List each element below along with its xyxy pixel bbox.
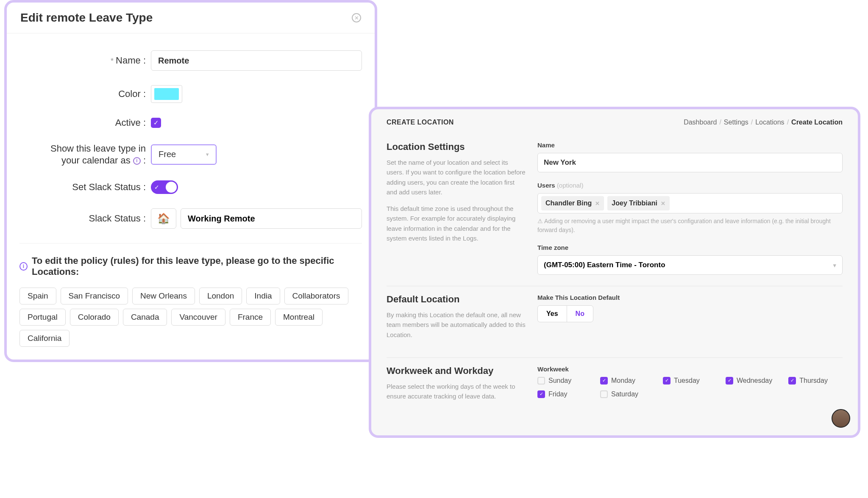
- location-tag[interactable]: London: [199, 288, 242, 304]
- section-workweek: Workweek and Workday Please select the w…: [387, 358, 843, 419]
- location-tag[interactable]: Portugal: [19, 309, 66, 326]
- users-hint: ⚠ Adding or removing a user might impact…: [537, 217, 843, 235]
- leave-title: Edit remote Leave Type: [20, 11, 153, 25]
- day-checkbox[interactable]: ✓: [600, 377, 608, 385]
- field-label-name: Name: [537, 141, 843, 149]
- slack-status-input[interactable]: [181, 208, 362, 229]
- user-chip[interactable]: Chandler Bing✕: [541, 196, 604, 210]
- workweek-days: Sunday✓Monday✓Tuesday✓Wednesday✓Thursday…: [537, 377, 843, 398]
- remove-chip-icon[interactable]: ✕: [661, 200, 665, 207]
- day-label: Wednesday: [737, 377, 772, 385]
- workweek-title: Workweek and Workday: [387, 365, 526, 376]
- user-chip[interactable]: Joey Tribbiani✕: [607, 196, 670, 210]
- day-checkbox[interactable]: [537, 377, 545, 385]
- location-tag[interactable]: Montreal: [275, 309, 323, 326]
- default-yes-no-group: Yes No: [537, 305, 593, 322]
- workweek-desc: Please select the working days of the we…: [387, 382, 526, 401]
- breadcrumb-separator: /: [787, 119, 789, 126]
- slack-emoji-picker[interactable]: 🏠: [151, 208, 176, 229]
- day-checkbox[interactable]: ✓: [663, 377, 670, 385]
- location-tag[interactable]: Spain: [19, 288, 56, 304]
- location-tag[interactable]: Collaborators: [284, 288, 348, 304]
- label-slack-toggle: Set Slack Status :: [19, 182, 151, 193]
- breadcrumb-item[interactable]: Dashboard: [684, 119, 717, 126]
- workweek-day[interactable]: Saturday: [600, 390, 647, 398]
- timezone-select[interactable]: (GMT-05:00) Eastern Time - Toronto ▾: [537, 255, 843, 275]
- day-label: Thursday: [799, 377, 828, 385]
- row-slack-toggle: Set Slack Status :: [19, 180, 362, 194]
- row-active: Active : ✓: [19, 117, 362, 128]
- color-swatch: [154, 88, 179, 100]
- slack-emoji: 🏠: [157, 213, 170, 224]
- leave-body: * Name : Color : Active : ✓ Show this le…: [7, 33, 375, 360]
- location-tag[interactable]: Colorado: [70, 309, 119, 326]
- breadcrumb-item[interactable]: Settings: [724, 119, 748, 126]
- default-yes-button[interactable]: Yes: [538, 306, 567, 322]
- loc-body: Location Settings Set the name of your l…: [371, 134, 858, 419]
- chevron-down-icon: ▾: [206, 151, 209, 158]
- chevron-down-icon: ▾: [833, 262, 836, 268]
- row-slack-status: Slack Status : 🏠: [19, 208, 362, 229]
- policy-note: i To edit the policy (rules) for this le…: [19, 255, 362, 277]
- workweek-day[interactable]: Sunday: [537, 377, 584, 385]
- edit-leave-type-panel: Edit remote Leave Type ✕ * Name : Color …: [4, 0, 377, 362]
- workweek-day[interactable]: ✓Tuesday: [663, 377, 709, 385]
- workweek-day[interactable]: ✓Friday: [537, 390, 584, 398]
- breadcrumb-item: Create Location: [791, 119, 843, 126]
- info-icon[interactable]: i: [133, 157, 141, 165]
- row-color: Color :: [19, 85, 362, 103]
- breadcrumb-item[interactable]: Locations: [755, 119, 785, 126]
- slack-status-toggle[interactable]: [151, 180, 178, 194]
- user-chip-name: Chandler Bing: [545, 199, 592, 207]
- location-settings-title: Location Settings: [387, 141, 526, 152]
- location-name-input[interactable]: [537, 153, 843, 172]
- remove-chip-icon[interactable]: ✕: [595, 200, 600, 207]
- day-checkbox[interactable]: [600, 390, 608, 398]
- location-settings-desc2: This default time zone is used throughou…: [387, 204, 526, 243]
- create-location-panel: CREATE LOCATION Dashboard/Settings/Locat…: [369, 107, 860, 438]
- timezone-value: (GMT-05:00) Eastern Time - Toronto: [544, 261, 665, 269]
- field-label-tz: Time zone: [537, 244, 843, 251]
- loc-heading: CREATE LOCATION: [387, 119, 454, 126]
- location-tag[interactable]: San Francisco: [61, 288, 128, 304]
- default-no-button[interactable]: No: [567, 306, 593, 322]
- workweek-day[interactable]: ✓Thursday: [788, 377, 835, 385]
- close-icon[interactable]: ✕: [352, 13, 361, 22]
- calendar-select-value: Free: [159, 149, 176, 159]
- loc-header: CREATE LOCATION Dashboard/Settings/Locat…: [371, 109, 858, 134]
- workweek-day[interactable]: ✓Wednesday: [726, 377, 772, 385]
- divider: [19, 243, 362, 243]
- calendar-select[interactable]: Free ▾: [151, 144, 217, 165]
- location-tags: SpainSan FranciscoNew OrleansLondonIndia…: [19, 288, 362, 347]
- location-tag[interactable]: France: [230, 309, 271, 326]
- location-tag[interactable]: India: [246, 288, 280, 304]
- workweek-day[interactable]: ✓Monday: [600, 377, 647, 385]
- day-label: Sunday: [548, 377, 571, 385]
- breadcrumb-separator: /: [751, 119, 753, 126]
- breadcrumb-separator: /: [719, 119, 721, 126]
- label-color: Color :: [19, 89, 151, 100]
- field-label-users: Users (optional): [537, 182, 843, 189]
- user-chip-name: Joey Tribbiani: [612, 199, 657, 207]
- day-checkbox[interactable]: ✓: [788, 377, 796, 385]
- policy-note-text: To edit the policy (rules) for this leav…: [32, 255, 362, 277]
- day-checkbox[interactable]: ✓: [726, 377, 733, 385]
- users-select[interactable]: Chandler Bing✕Joey Tribbiani✕: [537, 193, 843, 213]
- avatar[interactable]: [832, 409, 850, 428]
- label-active: Active :: [19, 117, 151, 128]
- location-tag[interactable]: New Orleans: [132, 288, 195, 304]
- location-tag[interactable]: California: [19, 330, 70, 347]
- field-label-default: Make This Location Default: [537, 294, 843, 301]
- name-input[interactable]: [151, 50, 362, 71]
- location-tag[interactable]: Canada: [123, 309, 167, 326]
- field-label-workweek: Workweek: [537, 365, 843, 373]
- active-checkbox[interactable]: ✓: [151, 118, 161, 128]
- day-label: Tuesday: [674, 377, 700, 385]
- color-picker[interactable]: [151, 85, 182, 103]
- day-checkbox[interactable]: ✓: [537, 390, 545, 398]
- day-label: Friday: [548, 390, 567, 398]
- default-location-title: Default Location: [387, 294, 526, 305]
- row-name: * Name :: [19, 50, 362, 71]
- location-tag[interactable]: Vancouver: [171, 309, 225, 326]
- day-label: Saturday: [611, 390, 638, 398]
